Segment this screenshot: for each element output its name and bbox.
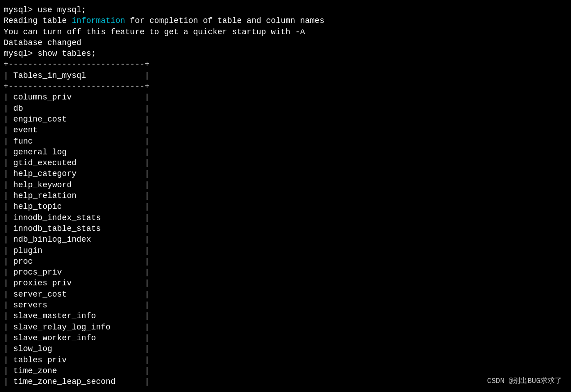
- terminal-line: | db |: [4, 103, 567, 114]
- terminal-line: | slave_master_info |: [4, 311, 567, 321]
- terminal-line: Database changed: [4, 37, 567, 48]
- terminal-line: | innodb_table_stats |: [4, 223, 567, 234]
- terminal-line: | func |: [4, 136, 567, 147]
- terminal-line: | procs_priv |: [4, 267, 567, 278]
- terminal-line: | ndb_binlog_index |: [4, 234, 567, 245]
- terminal-line: | slow_log |: [4, 343, 567, 354]
- terminal-line: | time_zone_leap_second |: [4, 376, 567, 387]
- terminal-line: | innodb_index_stats |: [4, 212, 567, 223]
- watermark: CSDN @别出BUG求求了: [487, 377, 562, 387]
- terminal-window: mysql> use mysql;Reading table informati…: [0, 0, 571, 392]
- terminal-line: | help_keyword |: [4, 180, 567, 190]
- terminal-line: | help_relation |: [4, 190, 567, 201]
- terminal-line: | tables_priv |: [4, 355, 567, 365]
- terminal-line: | proxies_priv |: [4, 278, 567, 288]
- terminal-line: You can turn off this feature to get a q…: [4, 27, 567, 37]
- terminal-line: | columns_priv |: [4, 92, 567, 103]
- terminal-line: | gtid_executed |: [4, 158, 567, 168]
- terminal-line: | event |: [4, 125, 567, 135]
- terminal-line: +----------------------------+: [4, 59, 567, 70]
- terminal-line: | slave_worker_info |: [4, 333, 567, 343]
- terminal-line: | Tables_in_mysql |: [4, 70, 567, 81]
- terminal-line: | server_cost |: [4, 289, 567, 300]
- terminal-line: +----------------------------+: [4, 81, 567, 92]
- terminal-line: | servers |: [4, 300, 567, 311]
- terminal-line: | plugin |: [4, 245, 567, 256]
- terminal-line: | help_topic |: [4, 201, 567, 212]
- terminal-line: | proc |: [4, 256, 567, 267]
- terminal-line: | general_log |: [4, 147, 567, 158]
- terminal-line: mysql> show tables;: [4, 48, 567, 59]
- terminal-line: | help_category |: [4, 168, 567, 179]
- terminal-line: mysql> use mysql;: [4, 5, 567, 15]
- terminal-line: | slave_relay_log_info |: [4, 322, 567, 333]
- terminal-line: | engine_cost |: [4, 114, 567, 125]
- terminal-line: Reading table information for completion…: [4, 15, 567, 26]
- terminal-line: | time_zone |: [4, 365, 567, 376]
